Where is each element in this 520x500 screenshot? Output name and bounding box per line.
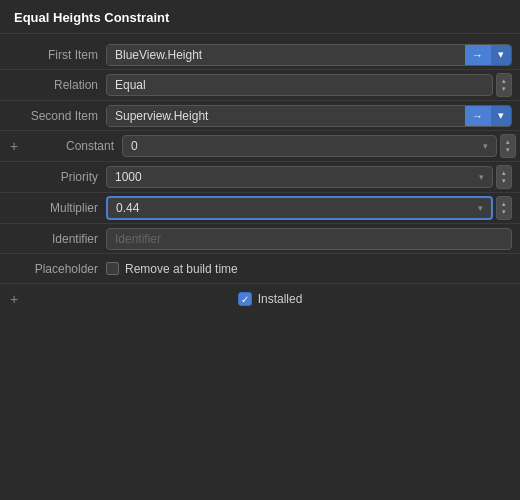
relation-label: Relation bbox=[8, 78, 98, 92]
priority-label: Priority bbox=[8, 170, 98, 184]
relation-stepper[interactable]: ▴ ▾ bbox=[496, 73, 512, 97]
first-item-label: First Item bbox=[8, 48, 98, 62]
priority-content: 1000 ▾ ▴ ▾ bbox=[106, 165, 512, 189]
constant-container: 0 ▾ ▴ ▾ bbox=[122, 134, 516, 158]
placeholder-checkbox-icon[interactable] bbox=[106, 262, 119, 275]
relation-content: Equal ▴ ▾ bbox=[106, 73, 512, 97]
second-item-select[interactable]: Superview.Height bbox=[107, 106, 465, 126]
second-item-dropdown-group[interactable]: Superview.Height → ▾ bbox=[106, 105, 512, 127]
constant-plus-area: + bbox=[4, 138, 24, 154]
priority-chevron-down-icon: ▾ bbox=[502, 177, 506, 185]
installed-checkbox-icon[interactable]: ✓ bbox=[238, 292, 252, 306]
second-item-chevron-down-icon: ▾ bbox=[498, 109, 504, 122]
constant-content: 0 ▾ ▴ ▾ bbox=[122, 134, 516, 158]
constant-chevron-down-icon: ▾ bbox=[506, 146, 510, 154]
multiplier-row: Multiplier 0.44 ▾ ▴ ▾ bbox=[0, 193, 520, 224]
identifier-label: Identifier bbox=[8, 232, 98, 246]
installed-label-wrapper[interactable]: ✓ Installed bbox=[238, 292, 303, 306]
panel: Equal Heights Constraint First Item Blue… bbox=[0, 0, 520, 320]
priority-dropdown-arrow-icon: ▾ bbox=[479, 172, 484, 182]
multiplier-content: 0.44 ▾ ▴ ▾ bbox=[106, 196, 512, 220]
constant-value-box[interactable]: 0 ▾ bbox=[122, 135, 497, 157]
placeholder-checkbox-label[interactable]: Remove at build time bbox=[106, 262, 238, 276]
constant-label: Constant bbox=[24, 139, 114, 153]
relation-row: Relation Equal ▴ ▾ bbox=[0, 70, 520, 101]
constant-row-inner: Constant 0 ▾ ▴ ▾ bbox=[24, 134, 516, 158]
first-item-dropdown-group[interactable]: BlueView.Height → ▾ bbox=[106, 44, 512, 66]
placeholder-label: Placeholder bbox=[8, 262, 98, 276]
placeholder-content: Remove at build time bbox=[106, 262, 512, 276]
priority-chevron-up-icon: ▴ bbox=[502, 169, 506, 177]
panel-title: Equal Heights Constraint bbox=[0, 0, 520, 34]
first-item-chevron-down-icon: ▾ bbox=[498, 48, 504, 61]
relation-select-wrapper: Equal bbox=[106, 74, 493, 96]
installed-label-text: Installed bbox=[258, 292, 303, 306]
identifier-input[interactable] bbox=[106, 228, 512, 250]
constant-row: + Constant 0 ▾ ▴ ▾ bbox=[0, 131, 520, 162]
multiplier-dropdown-arrow-icon: ▾ bbox=[478, 203, 483, 213]
first-item-arrow-btn[interactable]: → bbox=[465, 45, 490, 65]
placeholder-row: Placeholder Remove at build time bbox=[0, 254, 520, 284]
second-item-arrow-icon: → bbox=[472, 110, 483, 122]
installed-plus-icon[interactable]: + bbox=[4, 291, 24, 307]
relation-select[interactable]: Equal bbox=[106, 74, 493, 96]
priority-container: 1000 ▾ ▴ ▾ bbox=[106, 165, 512, 189]
second-item-content: Superview.Height → ▾ bbox=[106, 105, 512, 127]
multiplier-chevron-down-icon: ▾ bbox=[502, 208, 506, 216]
multiplier-value: 0.44 bbox=[116, 201, 139, 215]
form-area: First Item BlueView.Height → ▾ Relation bbox=[0, 34, 520, 320]
priority-stepper[interactable]: ▴ ▾ bbox=[496, 165, 512, 189]
first-item-content: BlueView.Height → ▾ bbox=[106, 44, 512, 66]
relation-chevron-up-icon: ▴ bbox=[502, 77, 506, 85]
installed-row: + ✓ Installed bbox=[0, 284, 520, 314]
second-item-arrow-btn[interactable]: → bbox=[465, 106, 490, 126]
second-item-label: Second Item bbox=[8, 109, 98, 123]
first-item-row: First Item BlueView.Height → ▾ bbox=[0, 40, 520, 70]
constant-stepper[interactable]: ▴ ▾ bbox=[500, 134, 516, 158]
priority-value: 1000 bbox=[115, 170, 142, 184]
first-item-select[interactable]: BlueView.Height bbox=[107, 45, 465, 65]
constant-value: 0 bbox=[131, 139, 138, 153]
constant-plus-icon[interactable]: + bbox=[4, 138, 24, 154]
second-item-row: Second Item Superview.Height → ▾ bbox=[0, 101, 520, 131]
installed-row-content: ✓ Installed bbox=[24, 287, 516, 311]
multiplier-chevron-up-icon: ▴ bbox=[502, 200, 506, 208]
installed-plus-area: + bbox=[4, 291, 24, 307]
identifier-content bbox=[106, 228, 512, 250]
placeholder-checkbox-text: Remove at build time bbox=[125, 262, 238, 276]
constant-chevron-up-icon: ▴ bbox=[506, 138, 510, 146]
identifier-row: Identifier bbox=[0, 224, 520, 254]
multiplier-stepper[interactable]: ▴ ▾ bbox=[496, 196, 512, 220]
second-item-chevron-btn[interactable]: ▾ bbox=[490, 106, 511, 126]
priority-value-box[interactable]: 1000 ▾ bbox=[106, 166, 493, 188]
installed-checkmark: ✓ bbox=[241, 294, 249, 305]
first-item-arrow-icon: → bbox=[472, 49, 483, 61]
relation-chevron-down-icon: ▾ bbox=[502, 85, 506, 93]
multiplier-label: Multiplier bbox=[8, 201, 98, 215]
first-item-chevron-btn[interactable]: ▾ bbox=[490, 45, 511, 65]
relation-container: Equal ▴ ▾ bbox=[106, 73, 512, 97]
priority-row: Priority 1000 ▾ ▴ ▾ bbox=[0, 162, 520, 193]
constant-dropdown-arrow-icon: ▾ bbox=[483, 141, 488, 151]
multiplier-value-box[interactable]: 0.44 ▾ bbox=[106, 196, 493, 220]
multiplier-container: 0.44 ▾ ▴ ▾ bbox=[106, 196, 512, 220]
